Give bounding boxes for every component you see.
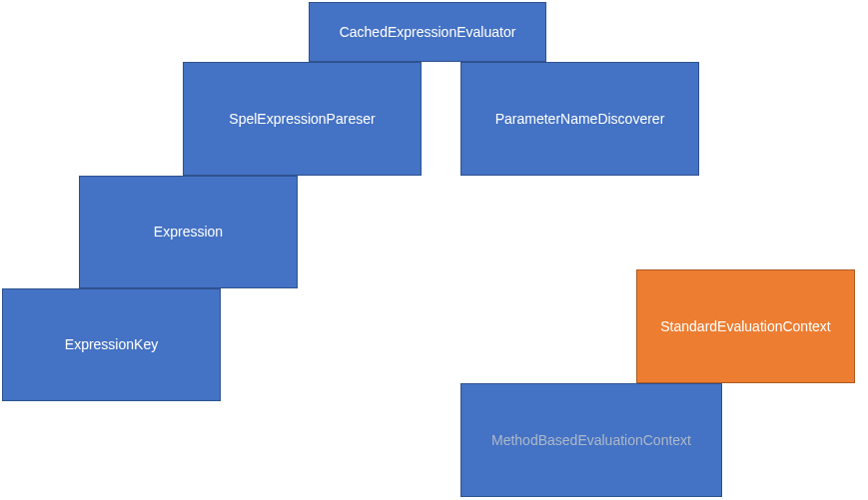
node-cached-expression-evaluator: CachedExpressionEvaluator [309, 2, 546, 62]
node-label: StandardEvaluationContext [660, 317, 830, 335]
node-method-based-evaluation-context: MethodBasedEvaluationContext [460, 383, 722, 497]
node-expression: Expression [79, 176, 298, 288]
node-label: ParameterNameDiscoverer [495, 110, 665, 128]
node-label: Expression [154, 223, 223, 241]
node-parameter-name-discoverer: ParameterNameDiscoverer [460, 62, 699, 176]
node-label: CachedExpressionEvaluator [340, 23, 516, 41]
node-spel-expression-parser: SpelExpressionPareser [183, 62, 422, 176]
node-expression-key: ExpressionKey [2, 288, 221, 401]
node-label: ExpressionKey [65, 335, 158, 353]
diagram-canvas: CachedExpressionEvaluator SpelExpression… [0, 0, 868, 500]
node-label: MethodBasedEvaluationContext [491, 431, 691, 449]
node-standard-evaluation-context: StandardEvaluationContext [636, 269, 855, 383]
node-label: SpelExpressionPareser [229, 110, 375, 128]
